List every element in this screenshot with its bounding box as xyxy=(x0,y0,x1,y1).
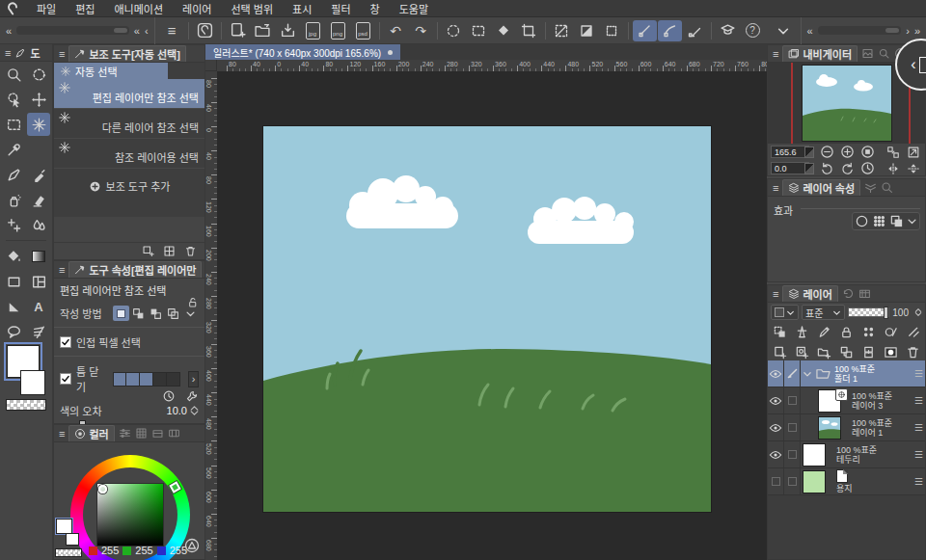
app-logo-icon[interactable] xyxy=(6,2,19,15)
layer-thumbnail[interactable] xyxy=(818,416,841,440)
color-margin-value[interactable]: 10.0 xyxy=(167,405,187,416)
snap-fill-icon[interactable] xyxy=(575,20,599,41)
layer-history-tab-icon[interactable] xyxy=(842,287,855,300)
opacity-slider[interactable] xyxy=(848,307,890,317)
blend-tool[interactable] xyxy=(27,213,50,236)
flip-horizontal-icon[interactable] xyxy=(885,161,903,176)
layer-row[interactable]: 100 %표준레이어 3 ☰ xyxy=(768,387,925,414)
snap-off-icon[interactable] xyxy=(550,20,574,41)
mini-main-color-swatch[interactable] xyxy=(56,519,72,534)
snap-special-ruler-icon[interactable] xyxy=(658,20,682,41)
eyedropper-tool[interactable] xyxy=(2,138,25,161)
layer-name[interactable]: 레이어 3 xyxy=(852,401,912,411)
close-gap-level-control[interactable] xyxy=(113,372,180,387)
rotation-mini-slider[interactable] xyxy=(804,163,814,174)
right-dock-scrollbar[interactable] xyxy=(818,26,902,35)
method-add-icon[interactable] xyxy=(130,306,147,321)
panel-menu-icon[interactable]: ≡ xyxy=(59,264,65,276)
menu-window[interactable]: 창 xyxy=(361,0,390,17)
mini-transparent-swatch[interactable] xyxy=(55,548,82,557)
new-raster-layer-icon[interactable] xyxy=(771,344,790,360)
palette-color-combo[interactable] xyxy=(771,305,799,320)
layer-property-tab[interactable]: 레이어 속성 xyxy=(782,179,860,196)
panel-menu-icon[interactable]: ≡ xyxy=(773,48,778,60)
layer-comp-tab-icon[interactable] xyxy=(881,181,893,194)
menu-help[interactable]: 도움말 xyxy=(390,0,438,17)
rotate-right-icon[interactable] xyxy=(838,161,857,176)
tool-property-tab[interactable]: 도구 속성[편집 레이어만 xyxy=(68,261,202,278)
flip-vertical-icon[interactable] xyxy=(904,161,922,176)
subview-tab-icon[interactable] xyxy=(861,47,874,60)
subtool-item[interactable]: 참조 레이어용 선택 xyxy=(54,139,204,169)
method-multiply-icon[interactable] xyxy=(165,306,181,321)
polyline-tool[interactable] xyxy=(2,295,25,318)
tool-palette-header[interactable]: ≡ 도 xyxy=(0,44,52,62)
figure-tool[interactable] xyxy=(2,270,25,293)
reference-layer-icon[interactable] xyxy=(793,324,812,340)
snap-grid-icon[interactable] xyxy=(683,20,707,41)
zoom-out-icon[interactable] xyxy=(819,145,837,160)
open-file-icon[interactable] xyxy=(251,20,275,41)
marker-tool[interactable] xyxy=(27,163,50,186)
dock-collapse2-icon[interactable]: « xyxy=(134,25,140,37)
dock-prev-icon[interactable]: ‹ xyxy=(145,25,149,37)
subtool-tab[interactable]: 보조 도구[자동 선택] xyxy=(68,45,185,62)
snap-ruler-icon[interactable] xyxy=(633,20,657,41)
color-mode-toggle-icon[interactable] xyxy=(184,538,200,553)
transparent-color-swatch[interactable] xyxy=(6,399,46,411)
delete-layer-icon[interactable] xyxy=(903,344,922,360)
rotate-view-tool[interactable] xyxy=(27,63,50,86)
lock-transparent-icon[interactable] xyxy=(858,324,878,340)
layer-mask-icon[interactable] xyxy=(881,344,900,360)
export-jpg-icon[interactable]: jpg xyxy=(301,20,325,41)
merge-down-icon[interactable] xyxy=(858,344,878,360)
tone-effect-icon[interactable] xyxy=(872,214,886,228)
color-wheel-tab[interactable]: 컬러 xyxy=(68,425,114,441)
zoom-mini-slider[interactable] xyxy=(804,147,814,158)
menu-view[interactable]: 표시 xyxy=(283,0,321,17)
layer-grip-icon[interactable]: ☰ xyxy=(914,422,923,433)
gradient-tool[interactable] xyxy=(27,245,50,268)
pen-tool[interactable] xyxy=(2,163,25,186)
stream-line-tool[interactable] xyxy=(27,320,50,343)
layer-name[interactable]: 테두리 xyxy=(836,455,912,465)
layer-grip-icon[interactable]: ☰ xyxy=(914,395,923,406)
object-tool[interactable] xyxy=(2,88,25,111)
layer-row[interactable]: 100 %표준테두리 ☰ xyxy=(768,441,925,468)
clip-below-icon[interactable] xyxy=(771,324,790,340)
layer-thumbnail[interactable] xyxy=(803,470,826,493)
rotate-left-icon[interactable] xyxy=(819,161,837,176)
panel-menu-icon[interactable]: ≡ xyxy=(5,47,11,59)
layer-thumbnail[interactable] xyxy=(818,389,841,413)
unlock-icon[interactable] xyxy=(186,296,199,308)
quick-access-tab-icon[interactable] xyxy=(878,47,890,60)
layer-tab[interactable]: 레이어 xyxy=(782,285,837,302)
redo-icon[interactable]: ↷ xyxy=(409,20,433,41)
visibility-eye-icon[interactable] xyxy=(768,441,784,467)
draft-checkbox[interactable] xyxy=(784,387,801,413)
subtool-item[interactable]: 편집 레이어만 참조 선택 xyxy=(54,79,204,109)
layer-name[interactable]: 폴더 1 xyxy=(834,374,912,384)
layer-name[interactable]: 용지 xyxy=(836,484,912,493)
zoom-in-icon[interactable] xyxy=(838,145,857,160)
close-gap-checkbox[interactable] xyxy=(60,373,71,385)
reset-rotation-icon[interactable] xyxy=(858,161,877,176)
right-dock-expand-icon[interactable]: » xyxy=(914,25,920,37)
fit-to-area-icon[interactable] xyxy=(904,145,922,160)
method-new-icon[interactable] xyxy=(113,306,129,321)
document-tab[interactable]: 일러스트* (740 x 640px 300dpi 165.6%) xyxy=(205,44,400,60)
visibility-checkbox[interactable] xyxy=(768,468,784,494)
marquee-tool[interactable] xyxy=(2,113,25,136)
layer-grip-icon[interactable]: ☰ xyxy=(914,368,923,379)
menu-animation[interactable]: 애니메이션 xyxy=(105,0,174,17)
wrench-settings-icon[interactable] xyxy=(185,389,199,403)
zoom-100-icon[interactable] xyxy=(858,145,877,160)
method-subtract-icon[interactable] xyxy=(148,306,164,321)
menu-filter[interactable]: 필터 xyxy=(321,0,360,17)
command-bar-overflow-icon[interactable] xyxy=(772,20,796,41)
balloon-tool[interactable] xyxy=(2,320,25,343)
layer-thumbnail[interactable] xyxy=(803,443,826,467)
zoom-tool[interactable] xyxy=(2,63,25,86)
visibility-eye-icon[interactable] xyxy=(768,387,784,413)
frame-border-tool[interactable] xyxy=(27,270,50,293)
